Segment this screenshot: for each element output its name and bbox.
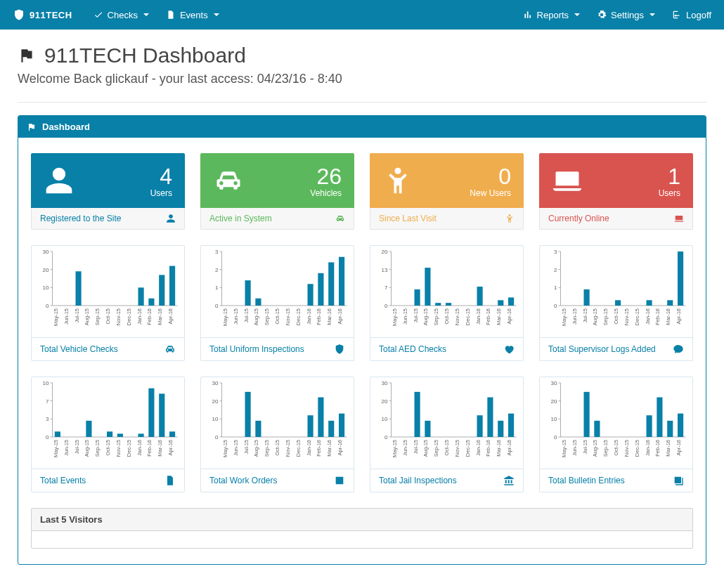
svg-text:Apr-16: Apr-16: [506, 308, 512, 325]
svg-text:Jun-15: Jun-15: [571, 308, 578, 325]
svg-text:Feb-16: Feb-16: [485, 440, 491, 457]
svg-text:20: 20: [551, 398, 557, 405]
page-title: 911TECH Dashboard: [18, 44, 706, 67]
svg-text:Mar-16: Mar-16: [157, 440, 163, 457]
svg-text:Mar-16: Mar-16: [326, 308, 332, 325]
svg-text:Apr-16: Apr-16: [675, 308, 682, 325]
svg-text:Apr-16: Apr-16: [337, 308, 343, 325]
svg-text:Aug-15: Aug-15: [84, 308, 90, 325]
i-checksq-icon: [334, 475, 345, 486]
svg-text:1: 1: [215, 285, 219, 291]
svg-text:Mar-16: Mar-16: [496, 440, 502, 457]
svg-text:Aug-15: Aug-15: [422, 440, 429, 457]
svg-text:Jul-15: Jul-15: [243, 308, 250, 322]
svg-text:0: 0: [46, 434, 49, 440]
svg-text:Aug-15: Aug-15: [253, 440, 259, 457]
svg-text:Jul-15: Jul-15: [74, 440, 80, 454]
svg-text:20: 20: [43, 267, 49, 273]
svg-text:Jan-16: Jan-16: [136, 440, 143, 456]
i-heart-icon: [503, 344, 515, 355]
svg-text:Nov-15: Nov-15: [285, 440, 291, 457]
svg-text:Feb-16: Feb-16: [146, 308, 153, 325]
i-file-icon: [164, 475, 176, 486]
svg-text:Jan-16: Jan-16: [645, 440, 651, 456]
svg-rect-164: [148, 388, 154, 437]
svg-text:Jul-15: Jul-15: [582, 308, 588, 322]
svg-text:Jan-16: Jan-16: [645, 308, 651, 325]
svg-text:Feb-16: Feb-16: [316, 440, 322, 457]
svg-rect-184: [245, 392, 251, 437]
chart-title: Total Uniform Inspections: [209, 344, 304, 354]
svg-rect-146: [55, 431, 60, 437]
stat-users[interactable]: 4Users Registered to the Site: [31, 153, 185, 230]
nav-settings[interactable]: Settings: [597, 10, 655, 20]
svg-rect-84: [425, 268, 430, 306]
charts-row: 03710May-15Jun-15Jul-15Aug-15Sep-15Oct-1…: [31, 377, 693, 492]
svg-text:10: 10: [382, 416, 388, 422]
laptop-icon: [552, 165, 583, 196]
svg-rect-48: [245, 280, 251, 306]
chart-jail[interactable]: 0102030May-15Jun-15Jul-15Aug-15Sep-15Oct…: [370, 377, 524, 492]
svg-rect-268: [667, 421, 673, 437]
nav-reports[interactable]: Reports: [523, 10, 581, 20]
stat-vehicles[interactable]: 26Vehicles Active in System: [200, 153, 354, 230]
chart-bulletin[interactable]: 0102030May-15Jun-15Jul-15Aug-15Sep-15Oct…: [539, 377, 693, 492]
svg-text:Feb-16: Feb-16: [146, 440, 153, 457]
car-icon: [335, 214, 345, 223]
chart-vehicle_checks[interactable]: 0102030May-15Jun-15Jul-15Aug-15Sep-15Oct…: [31, 245, 185, 361]
nav-checks[interactable]: Checks: [93, 10, 149, 20]
svg-rect-30: [159, 275, 164, 306]
brand[interactable]: 911TECH: [13, 8, 72, 21]
stat-row: 4Users Registered to the Site 26Vehicles…: [31, 153, 693, 230]
svg-rect-14: [76, 271, 82, 306]
stat-online[interactable]: 1Users Currently Online: [539, 153, 693, 230]
chart-title: Total Bulletin Entries: [548, 476, 625, 485]
i-news-icon: [673, 475, 684, 486]
svg-rect-94: [477, 287, 483, 306]
svg-text:20: 20: [212, 398, 219, 405]
svg-rect-122: [615, 300, 621, 306]
svg-text:Oct-15: Oct-15: [105, 440, 111, 456]
svg-text:Nov-15: Nov-15: [623, 308, 630, 325]
chart-aed[interactable]: 071320May-15Jun-15Jul-15Aug-15Sep-15Oct-…: [370, 245, 524, 361]
visitors-header: Last 5 Visitors: [32, 509, 692, 531]
svg-text:1: 1: [554, 285, 557, 291]
svg-text:2: 2: [554, 267, 557, 273]
svg-rect-60: [308, 284, 313, 306]
stat-newusers[interactable]: 0New Users Since Last Visit: [370, 153, 524, 230]
chart-title: Total Supervisor Logs Added: [548, 344, 656, 354]
svg-text:30: 30: [382, 380, 388, 386]
svg-text:0: 0: [384, 434, 388, 440]
svg-text:Aug-15: Aug-15: [592, 440, 598, 457]
svg-rect-88: [446, 303, 451, 306]
svg-rect-270: [678, 414, 683, 437]
svg-text:Apr-16: Apr-16: [167, 440, 174, 456]
chart-uniform[interactable]: 0123May-15Jun-15Jul-15Aug-15Sep-15Oct-15…: [200, 245, 354, 361]
brand-text: 911TECH: [30, 10, 72, 20]
svg-text:Feb-16: Feb-16: [316, 308, 322, 325]
svg-rect-152: [86, 421, 91, 437]
svg-rect-62: [318, 273, 323, 306]
nav-logoff[interactable]: Logoff: [672, 10, 711, 20]
svg-rect-28: [148, 299, 154, 306]
nav-events[interactable]: Events: [166, 10, 219, 20]
svg-text:Dec-15: Dec-15: [465, 440, 471, 457]
svg-text:Apr-16: Apr-16: [506, 440, 512, 456]
chart-workorders[interactable]: 0102030May-15Jun-15Jul-15Aug-15Sep-15Oct…: [200, 377, 354, 492]
svg-text:2: 2: [215, 267, 219, 273]
svg-text:Apr-16: Apr-16: [675, 440, 682, 456]
svg-text:Sep-15: Sep-15: [602, 308, 609, 325]
svg-rect-32: [169, 266, 175, 306]
i-bank-icon: [503, 475, 515, 486]
check-icon: [93, 10, 103, 20]
svg-rect-116: [584, 289, 590, 306]
svg-rect-220: [425, 421, 430, 437]
svg-text:Dec-15: Dec-15: [465, 308, 471, 325]
car-icon: [213, 165, 244, 196]
svg-rect-156: [107, 431, 112, 437]
svg-text:Jun-15: Jun-15: [233, 440, 239, 456]
svg-rect-100: [508, 297, 514, 306]
chart-events[interactable]: 03710May-15Jun-15Jul-15Aug-15Sep-15Oct-1…: [31, 377, 185, 492]
chart-supervisor[interactable]: 0123May-15Jun-15Jul-15Aug-15Sep-15Oct-15…: [539, 245, 693, 361]
svg-text:Sep-15: Sep-15: [264, 440, 270, 457]
